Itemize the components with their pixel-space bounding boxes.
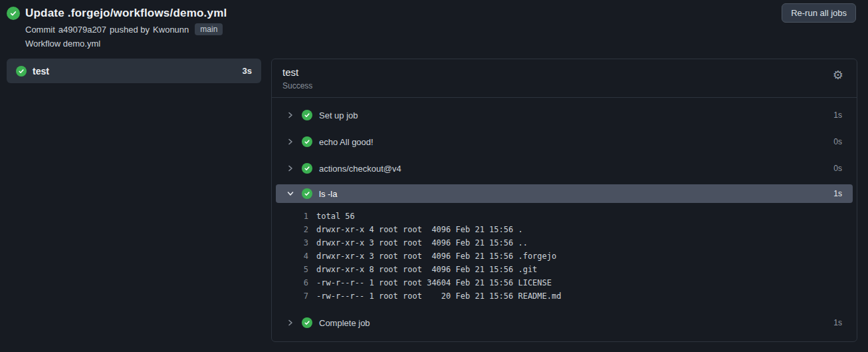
- log-line-text: drwxr-xr-x 3 root root 4096 Feb 21 15:56…: [308, 236, 528, 250]
- log-line-number[interactable]: 2: [272, 223, 308, 236]
- step-duration: 1s: [833, 189, 842, 198]
- log-line-text: -rw-r--r-- 1 root root 20 Feb 21 15:56 R…: [308, 289, 561, 303]
- step-label: actions/checkout@v4: [319, 164, 401, 174]
- steps-list: Set up job 1s echo All good! 0s: [272, 98, 857, 341]
- job-panel-header: test Success ⚙: [272, 59, 857, 98]
- log-line-number[interactable]: 1: [272, 210, 308, 223]
- step-label: ls -la: [319, 189, 337, 199]
- step-row-complete-job[interactable]: Complete job 1s: [272, 309, 857, 336]
- sidebar-job-test[interactable]: test 3s: [7, 59, 261, 83]
- gear-icon[interactable]: ⚙: [833, 69, 843, 81]
- log-line-text: drwxr-xr-x 8 root root 4096 Feb 21 15:56…: [308, 263, 537, 276]
- log-line: 2 drwxr-xr-x 4 root root 4096 Feb 21 15:…: [272, 223, 857, 236]
- log-line-number[interactable]: 5: [272, 263, 308, 276]
- log-line-number[interactable]: 3: [272, 236, 308, 250]
- job-success-icon: [16, 66, 27, 77]
- commit-line: Commit a49079a207 pushed by Kwonunn main: [25, 23, 856, 35]
- step-row-echo[interactable]: echo All good! 0s: [272, 128, 857, 155]
- branch-badge[interactable]: main: [195, 23, 223, 35]
- log-line-text: -rw-r--r-- 1 root root 34604 Feb 21 15:5…: [308, 276, 552, 289]
- log-line-text: drwxr-xr-x 3 root root 4096 Feb 21 15:56…: [308, 250, 556, 263]
- commit-middle: pushed by: [110, 25, 150, 35]
- step-success-icon: [302, 188, 312, 199]
- log-line-text: drwxr-xr-x 4 root root 4096 Feb 21 15:56…: [308, 223, 523, 236]
- step-row-setup-job[interactable]: Set up job 1s: [272, 102, 857, 128]
- step-label: Complete job: [319, 318, 370, 328]
- log-line: 4 drwxr-xr-x 3 root root 4096 Feb 21 15:…: [272, 250, 857, 263]
- job-panel-title: test: [282, 66, 846, 79]
- step-duration: 1s: [833, 110, 842, 120]
- job-status-text: Success: [282, 81, 846, 91]
- log-line: 7 -rw-r--r-- 1 root root 20 Feb 21 15:56…: [272, 289, 857, 303]
- step-log-output: 1 total 56 2 drwxr-xr-x 4 root root 4096…: [272, 206, 857, 309]
- job-list-sidebar: test 3s: [7, 59, 261, 83]
- job-duration: 3s: [243, 66, 252, 76]
- commit-prefix: Commit: [25, 25, 55, 35]
- commit-author-link[interactable]: Kwonunn: [153, 25, 189, 35]
- step-label: echo All good!: [319, 137, 374, 147]
- chevron-right-icon: [286, 165, 294, 172]
- workflow-line: Workflow demo.yml: [25, 39, 856, 49]
- step-duration: 1s: [833, 318, 842, 327]
- commit-sha-link[interactable]: a49079a207: [58, 25, 106, 35]
- chevron-right-icon: [286, 112, 294, 118]
- step-duration: 0s: [833, 137, 842, 146]
- step-success-icon: [302, 163, 312, 174]
- content-area: test 3s test Success ⚙ Set up job 1s: [0, 52, 868, 342]
- run-success-icon: [7, 7, 20, 20]
- log-line-number[interactable]: 6: [272, 276, 308, 289]
- log-line: 1 total 56: [272, 210, 857, 223]
- log-line: 6 -rw-r--r-- 1 root root 34604 Feb 21 15…: [272, 276, 857, 289]
- step-success-icon: [302, 136, 312, 147]
- step-row-checkout[interactable]: actions/checkout@v4 0s: [272, 155, 857, 182]
- step-row-ls-la[interactable]: ls -la 1s: [276, 184, 853, 203]
- run-header: Update .forgejo/workflows/demo.yml Commi…: [0, 0, 868, 52]
- chevron-down-icon: [286, 190, 294, 197]
- job-detail-panel: test Success ⚙ Set up job 1s: [271, 59, 857, 342]
- step-duration: 0s: [833, 164, 842, 173]
- rerun-all-jobs-button[interactable]: Re-run all jobs: [782, 3, 856, 23]
- log-line-text: total 56: [308, 210, 355, 223]
- log-line-number[interactable]: 4: [272, 250, 308, 263]
- step-label: Set up job: [319, 110, 358, 120]
- log-line: 3 drwxr-xr-x 3 root root 4096 Feb 21 15:…: [272, 236, 857, 250]
- job-name: test: [33, 66, 49, 77]
- log-line: 5 drwxr-xr-x 8 root root 4096 Feb 21 15:…: [272, 263, 857, 276]
- chevron-right-icon: [286, 138, 294, 145]
- run-title: Update .forgejo/workflows/demo.yml: [25, 7, 227, 20]
- step-success-icon: [302, 317, 312, 328]
- log-line-number[interactable]: 7: [272, 289, 308, 303]
- chevron-right-icon: [286, 319, 294, 326]
- step-success-icon: [302, 110, 312, 120]
